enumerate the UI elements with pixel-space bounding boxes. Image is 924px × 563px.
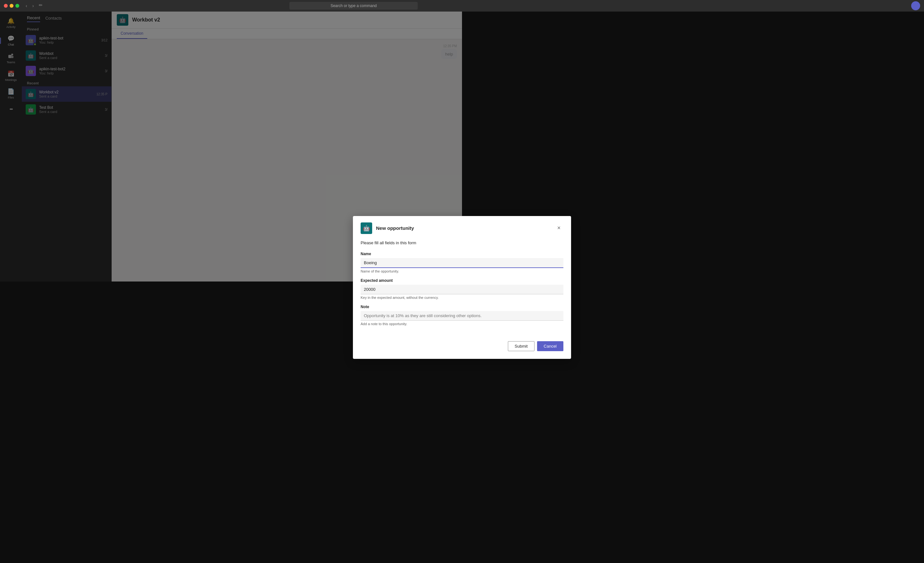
titlebar: ‹ › ✏ Search or type a command [0, 0, 462, 12]
new-opportunity-modal: 🤖 New opportunity × Please fill all fiel… [353, 216, 462, 282]
modal-title: New opportunity [376, 225, 414, 231]
traffic-lights [4, 4, 19, 8]
modal-header: 🤖 New opportunity × [353, 216, 462, 238]
modal-subtitle: Please fill all fields in this form [361, 240, 462, 245]
form-group-amount: Expected amount Key in the expected amou… [361, 278, 462, 282]
modal-body: Please fill all fields in this form Name… [353, 238, 462, 282]
compose-icon[interactable]: ✏ [39, 3, 43, 9]
minimize-button[interactable] [10, 4, 14, 8]
nav-arrows: ‹ › ✏ [24, 3, 43, 9]
modal-overlay: 🤖 New opportunity × Please fill all fiel… [0, 12, 462, 281]
search-bar[interactable]: Search or type a command [290, 2, 418, 10]
close-button[interactable] [4, 4, 8, 8]
name-hint: Name of the opportunity. [361, 269, 462, 273]
name-input[interactable] [361, 258, 462, 268]
forward-arrow[interactable]: › [31, 3, 35, 9]
back-arrow[interactable]: ‹ [24, 3, 28, 9]
maximize-button[interactable] [15, 4, 19, 8]
modal-bot-icon: 🤖 [361, 222, 372, 234]
form-group-name: Name Name of the opportunity. [361, 252, 462, 273]
search-placeholder: Search or type a command [330, 3, 376, 8]
name-label: Name [361, 252, 462, 256]
amount-label: Expected amount [361, 278, 462, 282]
